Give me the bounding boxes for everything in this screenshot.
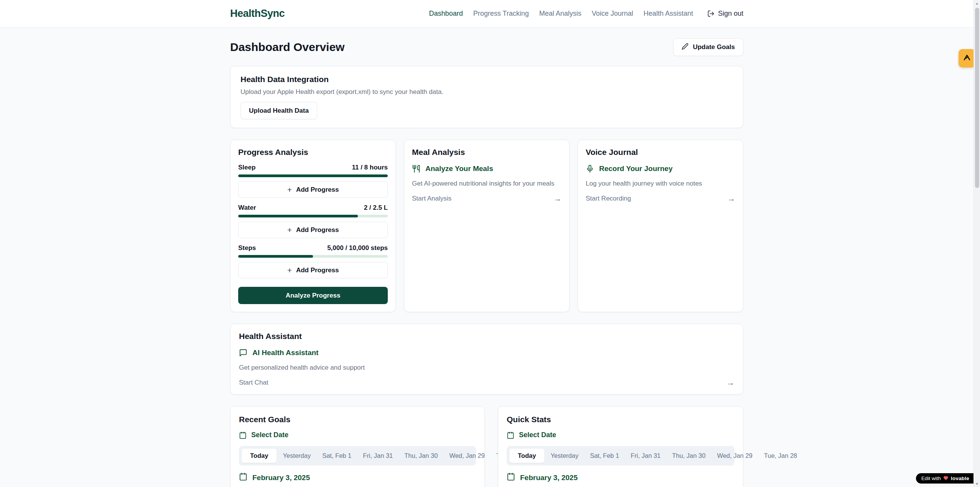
steps-progress-bar xyxy=(238,255,388,258)
steps-progress-fill xyxy=(238,255,313,258)
add-progress-label: Add Progress xyxy=(296,186,339,194)
tab-tue-jan-28[interactable]: Tue, Jan 28 xyxy=(759,449,803,463)
voice-journal-title: Voice Journal xyxy=(586,148,735,157)
analyze-progress-button[interactable]: Analyze Progress xyxy=(238,287,388,304)
quick-stats-select-date[interactable]: Select Date xyxy=(507,431,735,439)
upload-health-data-button[interactable]: Upload Health Data xyxy=(240,102,317,119)
metric-sleep: Sleep 11 / 8 hours + Add Progress xyxy=(238,164,388,198)
current-date-label: February 3, 2025 xyxy=(520,474,578,482)
quick-stats-title: Quick Stats xyxy=(507,415,735,424)
nav-meal-analysis[interactable]: Meal Analysis xyxy=(539,10,581,18)
tab-yesterday[interactable]: Yesterday xyxy=(545,449,584,463)
record-your-journey-link[interactable]: Record Your Journey xyxy=(586,165,735,173)
quick-stats-card: Quick Stats Select Date Today Yesterday … xyxy=(498,406,743,487)
arrow-right-icon: → xyxy=(726,378,735,387)
metric-label: Water xyxy=(238,204,256,212)
add-progress-label: Add Progress xyxy=(296,267,339,274)
health-assistant-description: Get personalized health advice and suppo… xyxy=(239,364,735,372)
record-your-journey-label: Record Your Journey xyxy=(599,165,672,173)
metric-label: Sleep xyxy=(238,164,255,171)
scroll-up-arrow[interactable]: ▲ xyxy=(974,0,980,7)
recent-goals-card: Recent Goals Select Date Today Yesterday… xyxy=(230,406,485,487)
recent-goals-select-date[interactable]: Select Date xyxy=(239,431,476,439)
nav-voice-journal[interactable]: Voice Journal xyxy=(592,10,633,18)
nav-progress-tracking[interactable]: Progress Tracking xyxy=(473,10,529,18)
recent-goals-title: Recent Goals xyxy=(239,415,476,424)
page-title: Dashboard Overview xyxy=(230,41,344,54)
meal-analysis-title: Meal Analysis xyxy=(412,148,562,157)
current-date-label: February 3, 2025 xyxy=(252,474,310,482)
tab-sat-feb-1[interactable]: Sat, Feb 1 xyxy=(585,449,624,463)
health-data-integration-card: Health Data Integration Upload your Appl… xyxy=(230,66,743,128)
add-progress-steps-button[interactable]: + Add Progress xyxy=(238,262,388,278)
chat-bubble-icon xyxy=(239,349,247,357)
sleep-progress-fill xyxy=(238,174,388,177)
ai-health-assistant-label: AI Health Assistant xyxy=(252,349,318,357)
recent-goals-current-date: February 3, 2025 xyxy=(239,472,476,483)
lovable-brand-label: lovable xyxy=(951,475,969,481)
tab-wed-jan-29[interactable]: Wed, Jan 29 xyxy=(444,449,490,463)
edit-with-label: Edit with xyxy=(921,475,941,481)
start-recording-label: Start Recording xyxy=(586,195,631,202)
tab-today[interactable]: Today xyxy=(242,449,277,463)
quick-stats-current-date: February 3, 2025 xyxy=(507,472,735,483)
tab-wed-jan-29[interactable]: Wed, Jan 29 xyxy=(712,449,758,463)
add-progress-label: Add Progress xyxy=(296,226,339,234)
sign-out-button[interactable]: Sign out xyxy=(707,10,743,18)
metric-steps: Steps 5,000 / 10,000 steps + Add Progres… xyxy=(238,244,388,278)
progress-analysis-card: Progress Analysis Sleep 11 / 8 hours + A… xyxy=(230,140,396,312)
start-chat-action[interactable]: Start Chat → xyxy=(239,378,735,387)
edit-with-lovable-badge[interactable]: Edit with lovable × xyxy=(916,473,980,484)
meal-analysis-description: Get AI-powered nutritional insights for … xyxy=(412,180,562,188)
voice-journal-description: Log your health journey with voice notes xyxy=(586,180,735,188)
top-navbar: HealthSync Dashboard Progress Tracking M… xyxy=(0,0,973,28)
update-goals-button[interactable]: Update Goals xyxy=(673,38,743,56)
start-analysis-label: Start Analysis xyxy=(412,195,451,202)
nav-health-assistant[interactable]: Health Assistant xyxy=(644,10,693,18)
calendar-icon xyxy=(239,472,247,483)
pencil-icon xyxy=(682,43,688,52)
add-progress-water-button[interactable]: + Add Progress xyxy=(238,222,388,238)
tab-fri-jan-31[interactable]: Fri, Jan 31 xyxy=(625,449,666,463)
side-toolbar-button[interactable] xyxy=(959,49,975,67)
tab-thu-jan-30[interactable]: Thu, Jan 30 xyxy=(399,449,443,463)
app-logo[interactable]: HealthSync xyxy=(230,8,285,20)
ai-health-assistant-link[interactable]: AI Health Assistant xyxy=(239,349,735,357)
tab-today[interactable]: Today xyxy=(509,449,544,463)
tab-fri-jan-31[interactable]: Fri, Jan 31 xyxy=(357,449,398,463)
scrollbar-thumb[interactable] xyxy=(975,8,979,188)
arrow-right-icon: → xyxy=(727,194,735,202)
sleep-progress-bar xyxy=(238,174,388,177)
nav-dashboard[interactable]: Dashboard xyxy=(429,10,463,18)
health-assistant-card: Health Assistant AI Health Assistant Get… xyxy=(230,324,743,395)
quick-stats-date-tabs: Today Yesterday Sat, Feb 1 Fri, Jan 31 T… xyxy=(507,446,735,466)
metric-value: 2 / 2.5 L xyxy=(364,204,388,212)
water-progress-fill xyxy=(238,215,358,217)
health-data-title: Health Data Integration xyxy=(240,75,733,84)
vertical-scrollbar[interactable]: ▲ ▼ xyxy=(973,0,980,487)
metric-value: 5,000 / 10,000 steps xyxy=(327,244,388,252)
start-chat-label: Start Chat xyxy=(239,379,268,387)
analyze-your-meals-label: Analyze Your Meals xyxy=(425,165,493,173)
tab-thu-jan-30[interactable]: Thu, Jan 30 xyxy=(667,449,711,463)
metric-value: 11 / 8 hours xyxy=(352,164,388,171)
tab-sat-feb-1[interactable]: Sat, Feb 1 xyxy=(317,449,357,463)
main-nav: Dashboard Progress Tracking Meal Analysi… xyxy=(429,10,743,18)
select-date-label: Select Date xyxy=(251,431,288,439)
scroll-down-arrow[interactable]: ▼ xyxy=(974,480,980,487)
start-recording-action[interactable]: Start Recording → xyxy=(586,194,735,202)
utensils-icon xyxy=(412,165,420,173)
health-assistant-title: Health Assistant xyxy=(239,332,735,341)
analyze-your-meals-link[interactable]: Analyze Your Meals xyxy=(412,165,562,173)
water-progress-bar xyxy=(238,215,388,217)
plus-icon: + xyxy=(287,226,292,234)
update-goals-label: Update Goals xyxy=(693,43,735,51)
calendar-icon xyxy=(507,472,515,483)
add-progress-sleep-button[interactable]: + Add Progress xyxy=(238,181,388,198)
start-analysis-action[interactable]: Start Analysis → xyxy=(412,194,562,202)
progress-analysis-title: Progress Analysis xyxy=(238,148,388,157)
calendar-icon xyxy=(239,431,247,439)
sign-out-label: Sign out xyxy=(718,10,743,18)
arrow-right-icon: → xyxy=(553,194,562,202)
tab-yesterday[interactable]: Yesterday xyxy=(277,449,316,463)
